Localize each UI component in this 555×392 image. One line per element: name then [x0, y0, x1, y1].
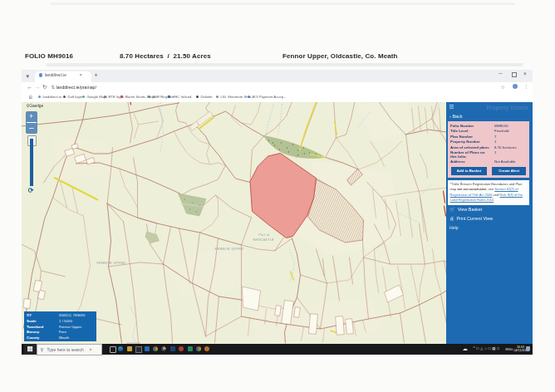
- svg-text:NEWCASTLE: NEWCASTLE: [253, 238, 274, 242]
- svg-text:FENNOR UPPER: FENNOR UPPER: [96, 262, 125, 265]
- svg-text:FENNOR UPPER: FENNOR UPPER: [214, 247, 243, 251]
- svg-text:Part of: Part of: [258, 233, 269, 237]
